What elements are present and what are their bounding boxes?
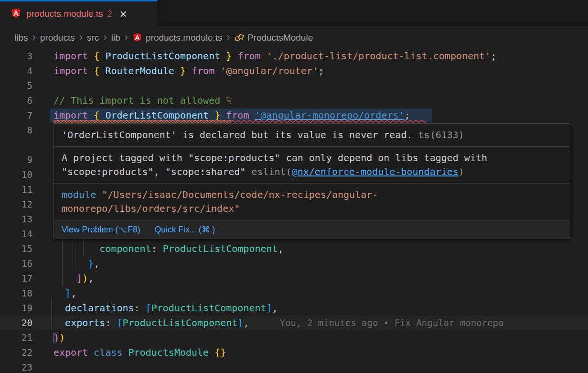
breadcrumb-separator: › — [79, 31, 83, 44]
code-content[interactable]: }) — [50, 330, 588, 345]
code-content[interactable]: ], — [50, 286, 588, 301]
code-token: ] — [267, 302, 272, 314]
code-content[interactable]: }, — [50, 256, 588, 271]
breadcrumb-label: products — [40, 33, 75, 43]
code-token: } — [53, 332, 59, 343]
code-content[interactable]: import { OrderListComponent } from '@ang… — [50, 108, 588, 123]
breadcrumb-item-src[interactable]: src — [87, 33, 99, 43]
code-token: , — [71, 287, 76, 299]
tab-problem-badge: 2 — [107, 9, 112, 19]
line-number[interactable]: 3 — [0, 49, 50, 64]
code-content[interactable]: import { RouterModule } from '@angular/r… — [50, 64, 588, 78]
code-token: [ — [117, 317, 122, 329]
code-token: , — [88, 273, 94, 284]
code-token: ProductListComponent — [163, 243, 278, 254]
line-number[interactable]: 10 — [0, 167, 50, 182]
code-token — [53, 273, 76, 284]
line-number[interactable]: 15 — [0, 241, 50, 256]
code-token: import — [53, 65, 88, 77]
code-token: ) — [59, 332, 65, 343]
pointing-down-emoji: ☟ — [226, 95, 232, 106]
diagnostic-hover-popup: 'OrderListComponent' is declared but its… — [53, 123, 570, 239]
code-token: ] — [65, 287, 71, 299]
breadcrumb-separator: › — [125, 31, 128, 44]
code-token: ProductListComponent — [105, 50, 220, 62]
quick-fix-button[interactable]: Quick Fix... (⌘.) — [155, 224, 215, 235]
code-token — [220, 110, 226, 121]
line-number[interactable]: 8 — [0, 123, 50, 138]
code-token: ; — [405, 110, 410, 121]
view-problem-button[interactable]: View Problem (⌥F8) — [62, 224, 140, 235]
line-number[interactable]: 21 — [0, 330, 50, 345]
editor: 3import { ProductListComponent } from '.… — [0, 49, 588, 373]
line-number[interactable]: 12 — [0, 197, 50, 212]
code-content[interactable] — [50, 78, 588, 93]
line-number[interactable]: 7 — [0, 108, 50, 123]
angular-icon — [132, 33, 142, 43]
code-token: component — [99, 243, 151, 254]
line-number[interactable]: 5 — [0, 78, 50, 93]
line-number[interactable]: 16 — [0, 256, 50, 271]
code-content[interactable]: exports: [ProductListComponent],You, 2 m… — [50, 316, 588, 330]
code-token: OrderListComponent — [105, 110, 209, 121]
code-content[interactable]: declarations: [ProductListComponent], — [50, 301, 588, 316]
code-content[interactable] — [50, 360, 588, 373]
code-token — [214, 65, 220, 77]
code-token — [53, 243, 99, 254]
line-number[interactable]: 14 — [0, 227, 50, 241]
breadcrumb-item-lib[interactable]: lib — [111, 33, 120, 43]
line-number[interactable]: 22 — [0, 345, 50, 360]
code-content[interactable]: ]), — [50, 271, 588, 286]
close-icon[interactable]: × — [120, 9, 127, 19]
code-token: : — [151, 243, 163, 254]
code-token: { — [94, 65, 99, 77]
code-token: } — [226, 50, 232, 62]
code-token: declarations — [65, 302, 134, 314]
code-line-5: 5 — [0, 78, 588, 93]
line-number[interactable]: 11 — [0, 182, 50, 197]
code-content[interactable]: export class ProductsModule {} — [50, 345, 588, 360]
breadcrumb-separator: › — [32, 31, 36, 44]
code-token: ProductListComponent — [123, 317, 238, 329]
line-number[interactable]: 19 — [0, 301, 50, 316]
code-line-6: 6// This import is not allowed ☟ — [0, 93, 588, 108]
git-blame-annotation: You, 2 minutes ago • Fix Angular monorep… — [279, 318, 503, 328]
module-keyword: module — [62, 189, 96, 200]
module-import-link[interactable]: '@angular-monorepo/orders' — [255, 110, 405, 121]
code-content[interactable]: import { ProductListComponent } from './… — [50, 49, 588, 64]
error-squiggle — [53, 120, 424, 123]
code-token — [232, 50, 237, 62]
breadcrumb-item-products[interactable]: products — [40, 33, 75, 43]
code-token: {} — [214, 347, 226, 358]
breadcrumb-item-productsmodule[interactable]: ProductsModule — [235, 33, 313, 43]
line-number[interactable]: 9 — [0, 153, 50, 167]
code-token: , — [278, 243, 284, 254]
class-symbol-icon — [235, 33, 244, 43]
code-token: : — [105, 317, 117, 329]
line-number[interactable]: 20 — [0, 316, 50, 330]
eslint-rule-link[interactable]: @nx/enforce-module-boundaries — [292, 166, 459, 177]
code-token: : — [134, 302, 146, 314]
code-token — [88, 65, 94, 77]
code-token: } — [180, 65, 186, 77]
line-number[interactable]: 4 — [0, 64, 50, 78]
code-token: , — [94, 258, 99, 269]
code-content[interactable]: component: ProductListComponent, — [50, 241, 588, 256]
code-token — [249, 110, 255, 121]
code-token: from — [237, 50, 260, 62]
breadcrumb-item-libs[interactable]: libs — [14, 33, 28, 43]
code-token — [53, 317, 65, 329]
vscode-window: products.module.ts 2 × libs›products›src… — [0, 0, 588, 373]
breadcrumb-item-products-module-ts[interactable]: products.module.ts — [132, 33, 223, 43]
line-number[interactable]: 18 — [0, 286, 50, 301]
line-number[interactable]: 23 — [0, 360, 50, 373]
code-token: { — [94, 110, 99, 121]
code-content[interactable]: // This import is not allowed ☟ — [50, 93, 588, 108]
code-token: ; — [318, 65, 324, 77]
code-token: ProductsModule — [128, 347, 209, 358]
line-number[interactable]: 17 — [0, 271, 50, 286]
code-line-3: 3import { ProductListComponent } from '.… — [0, 49, 588, 64]
line-number[interactable]: 13 — [0, 212, 50, 227]
line-number[interactable]: 6 — [0, 93, 50, 108]
tab-products-module[interactable]: products.module.ts 2 × — [0, 0, 158, 26]
